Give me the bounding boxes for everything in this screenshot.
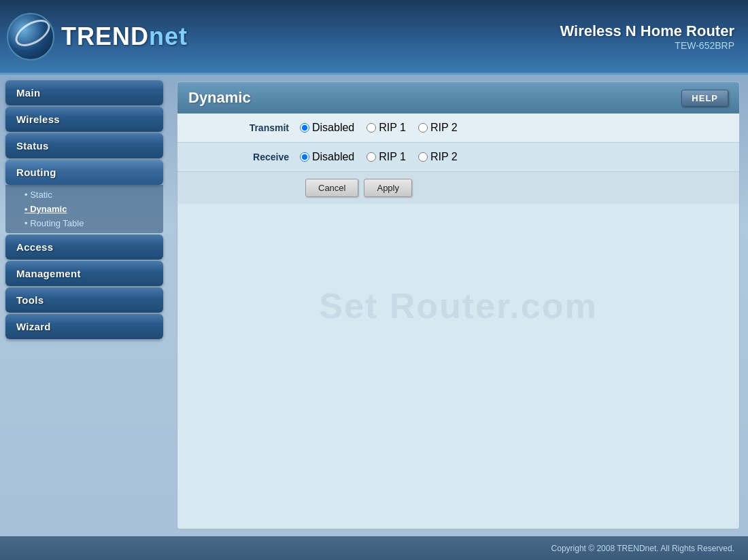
sidebar: Main Wireless Status Routing Static Dyna… (0, 75, 169, 536)
receive-rip1-option[interactable]: RIP 1 (367, 151, 406, 163)
transmit-disabled-label: Disabled (312, 122, 354, 134)
help-button[interactable]: HELP (681, 90, 728, 107)
transmit-disabled-option[interactable]: Disabled (300, 122, 354, 134)
logo-net: net (149, 22, 188, 50)
logo-text: TRENDnet (61, 22, 188, 51)
receive-rip2-radio[interactable] (418, 152, 428, 162)
product-model: TEW-652BRP (560, 40, 734, 51)
receive-rip2-label: RIP 2 (430, 151, 458, 163)
sidebar-item-main[interactable]: Main (5, 80, 163, 105)
panel-title: Dynamic (188, 89, 251, 107)
sidebar-item-dynamic[interactable]: Dynamic (19, 202, 163, 216)
transmit-radio-group: Disabled RIP 1 RIP 2 (300, 122, 458, 134)
sidebar-item-wireless[interactable]: Wireless (5, 107, 163, 132)
receive-rip1-label: RIP 1 (379, 151, 406, 163)
receive-rip1-radio[interactable] (367, 152, 376, 162)
transmit-rip1-label: RIP 1 (379, 122, 406, 134)
header: TRENDnet Wireless N Home Router TEW-652B… (0, 0, 748, 75)
transmit-rip1-radio[interactable] (367, 123, 376, 133)
footer: Copyright © 2008 TRENDnet. All Rights Re… (0, 536, 748, 560)
transmit-rip2-option[interactable]: RIP 2 (418, 122, 458, 134)
receive-disabled-label: Disabled (312, 151, 354, 163)
product-name: Wireless N Home Router (560, 22, 734, 40)
logo-trend: TREND (61, 22, 149, 50)
routing-submenu: Static Dynamic Routing Table (5, 185, 163, 233)
buttons-row: Cancel Apply (177, 172, 739, 204)
receive-row: Receive Disabled RIP 1 RIP 2 (177, 143, 739, 172)
content-area: Set Router.com Dynamic HELP Transmit Dis… (169, 75, 748, 536)
content-panel: Set Router.com Dynamic HELP Transmit Dis… (177, 82, 740, 529)
receive-radio-group: Disabled RIP 1 RIP 2 (300, 151, 458, 163)
header-right: Wireless N Home Router TEW-652BRP (560, 22, 734, 51)
receive-disabled-radio[interactable] (300, 152, 309, 162)
footer-copyright: Copyright © 2008 TRENDnet. All Rights Re… (551, 544, 734, 553)
main-layout: Main Wireless Status Routing Static Dyna… (0, 75, 748, 536)
sidebar-item-management[interactable]: Management (5, 261, 163, 286)
receive-disabled-option[interactable]: Disabled (300, 151, 354, 163)
panel-header: Dynamic HELP (177, 82, 739, 113)
routing-section: Routing Static Dynamic Routing Table (5, 160, 163, 233)
transmit-rip2-label: RIP 2 (430, 122, 458, 134)
sidebar-item-routing[interactable]: Routing (5, 160, 163, 185)
sidebar-item-static[interactable]: Static (19, 188, 163, 202)
apply-button[interactable]: Apply (364, 179, 412, 197)
watermark: Set Router.com (319, 285, 597, 326)
dynamic-form: Transmit Disabled RIP 1 RIP 2 (177, 113, 739, 204)
sidebar-item-tools[interactable]: Tools (5, 287, 163, 313)
cancel-button[interactable]: Cancel (305, 179, 358, 197)
transmit-row: Transmit Disabled RIP 1 RIP 2 (177, 113, 739, 143)
sidebar-item-status[interactable]: Status (5, 133, 163, 158)
trendnet-logo-icon (7, 13, 54, 60)
receive-rip2-option[interactable]: RIP 2 (418, 151, 458, 163)
receive-label: Receive (191, 152, 300, 162)
transmit-disabled-radio[interactable] (300, 123, 309, 133)
transmit-label: Transmit (191, 122, 300, 133)
sidebar-item-wizard[interactable]: Wizard (5, 314, 163, 339)
transmit-rip2-radio[interactable] (418, 123, 428, 133)
sidebar-item-access[interactable]: Access (5, 234, 163, 260)
transmit-rip1-option[interactable]: RIP 1 (367, 122, 406, 134)
sidebar-item-routing-table[interactable]: Routing Table (19, 216, 163, 230)
logo-area: TRENDnet (7, 13, 188, 60)
